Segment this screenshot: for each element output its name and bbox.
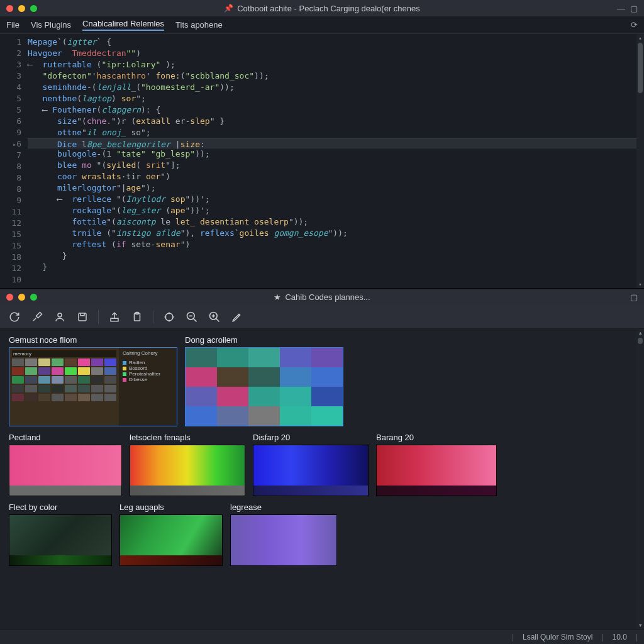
menu-vis-plugins[interactable]: Vis Plugins	[31, 20, 71, 30]
zoom-in-icon[interactable]	[206, 309, 223, 325]
color-swatch[interactable]	[52, 376, 64, 384]
color-swatch[interactable]	[91, 367, 103, 375]
color-swatch[interactable]	[25, 394, 37, 401]
color-swatch[interactable]	[78, 376, 90, 384]
maximize-button[interactable]: ▢	[630, 292, 638, 302]
person-icon[interactable]	[52, 309, 68, 325]
card-flect[interactable]: Flect by color	[9, 502, 112, 566]
color-swatch[interactable]	[25, 376, 37, 384]
save-icon[interactable]	[74, 309, 91, 325]
editor-scrollbar[interactable]: ▴ ▾	[636, 34, 644, 288]
scroll-up-icon[interactable]: ▴	[636, 34, 644, 42]
color-swatch[interactable]	[248, 348, 280, 367]
card-gemust[interactable]: Gemust noce fliom memory Caltring Cohery…	[9, 335, 177, 426]
color-swatch[interactable]	[217, 387, 248, 406]
color-swatch[interactable]	[104, 385, 116, 392]
color-swatch[interactable]	[65, 358, 77, 366]
code-line[interactable]: rockagle"(leg_ster (ape"))';	[28, 205, 640, 216]
scroll-thumb[interactable]	[638, 43, 643, 93]
color-swatch[interactable]	[104, 376, 116, 384]
card-pectland[interactable]: Pectland	[9, 433, 122, 496]
code-line[interactable]: size"(chne.")r (extaall er-slep" }	[28, 116, 640, 127]
picker-icon[interactable]	[29, 309, 45, 325]
color-swatch[interactable]	[52, 394, 64, 401]
code-line[interactable]: nentbne(lagtop) sor";	[28, 93, 640, 104]
color-swatch[interactable]	[248, 387, 280, 406]
code-line[interactable]: ottne"il onoj_ so";	[28, 127, 640, 138]
refresh-icon[interactable]	[6, 309, 23, 325]
color-swatch[interactable]	[280, 348, 311, 367]
color-swatch[interactable]	[52, 385, 64, 392]
card-legrease[interactable]: legrease	[230, 502, 337, 566]
color-swatch[interactable]	[186, 348, 217, 367]
code-line[interactable]: ⟵ rerllece "(Inytlodr sop"))';	[28, 194, 640, 205]
code-line[interactable]: reftest (if sete-senar")	[28, 239, 640, 250]
card-barang[interactable]: Barang 20	[376, 433, 497, 496]
color-swatch[interactable]	[248, 406, 280, 426]
color-swatch[interactable]	[91, 358, 103, 366]
color-swatch[interactable]	[38, 358, 50, 366]
minimize-icon[interactable]	[18, 5, 25, 12]
code-line[interactable]: Mepage`(igtter` {	[28, 36, 640, 48]
color-swatch[interactable]	[91, 385, 103, 392]
color-swatch[interactable]	[248, 367, 280, 387]
color-swatch[interactable]	[12, 376, 24, 384]
refresh-icon[interactable]: ⟳	[631, 20, 638, 30]
clipboard-icon[interactable]	[129, 309, 145, 325]
color-swatch[interactable]	[78, 358, 90, 366]
color-swatch[interactable]	[78, 394, 90, 401]
target-icon[interactable]	[161, 309, 177, 325]
color-swatch[interactable]	[12, 358, 24, 366]
color-swatch[interactable]	[280, 387, 311, 406]
menu-tits-apohene[interactable]: Tits apohene	[175, 20, 223, 30]
menu-file[interactable]: File	[6, 20, 19, 30]
color-swatch[interactable]	[280, 367, 311, 387]
scroll-down-icon[interactable]: ▾	[636, 621, 644, 629]
color-swatch[interactable]	[25, 358, 37, 366]
color-swatch[interactable]	[217, 367, 248, 387]
zoom-out-icon[interactable]	[184, 309, 200, 325]
code-line[interactable]: bulogole-(1 "tate" "gb_lesp"));	[28, 148, 640, 160]
code-line[interactable]: seminhnde-(lenjall_("hoomesterd_-ar"));	[28, 82, 640, 93]
export-icon[interactable]	[106, 309, 123, 325]
scroll-up-icon[interactable]: ▴	[636, 329, 644, 336]
code-line[interactable]: "dofecton"'hascanthro' fone:("scbbland_s…	[28, 70, 640, 82]
code-line[interactable]: trnile ("instigo aflde"), reflexs`goiles…	[28, 228, 640, 239]
color-swatch[interactable]	[78, 367, 90, 375]
maximize-button[interactable]: ▢	[630, 4, 638, 13]
code-line[interactable]: Dice l8pe_beclengoriler |size:	[28, 138, 640, 148]
color-swatch[interactable]	[65, 385, 77, 392]
color-swatch[interactable]	[311, 348, 343, 367]
color-swatch[interactable]	[12, 367, 24, 375]
color-swatch[interactable]	[186, 387, 217, 406]
maximize-icon[interactable]	[30, 5, 37, 12]
code-line[interactable]: ⟵ Fouthener(clapgern): {	[28, 104, 640, 116]
close-icon[interactable]	[6, 294, 13, 301]
code-area[interactable]: Mepage`(igtter` {Havgoer Tmeddectran"")⟵…	[26, 34, 644, 288]
color-swatch[interactable]	[65, 376, 77, 384]
code-line[interactable]: coor wraslats·tir oer")	[28, 171, 640, 182]
scroll-down-icon[interactable]: ▾	[636, 280, 644, 288]
close-icon[interactable]	[6, 5, 13, 12]
color-swatch[interactable]	[104, 358, 116, 366]
color-swatch[interactable]	[280, 406, 311, 426]
color-swatch[interactable]	[186, 367, 217, 387]
color-swatch[interactable]	[38, 376, 50, 384]
minimize-button[interactable]: —	[617, 4, 625, 13]
pencil-icon[interactable]	[229, 309, 245, 325]
code-editor[interactable]: 123345569▸67888911121515181210 Mepage`(i…	[0, 34, 644, 288]
color-swatch[interactable]	[311, 387, 343, 406]
card-leg[interactable]: Leg augapls	[119, 502, 223, 566]
code-line[interactable]	[28, 273, 640, 284]
minimize-icon[interactable]	[18, 294, 25, 301]
color-swatch[interactable]	[12, 385, 24, 392]
color-swatch[interactable]	[91, 394, 103, 401]
code-line[interactable]: ⟵ rutertable ("ipr:Lolary" );	[28, 59, 640, 70]
maximize-icon[interactable]	[30, 294, 37, 301]
menu-cnablcalired-relemles[interactable]: Cnablcalired Relemles	[82, 19, 164, 31]
code-line[interactable]: blee mo "(syiled( srit"];	[28, 160, 640, 171]
color-swatch[interactable]	[91, 376, 103, 384]
color-swatch[interactable]	[25, 367, 37, 375]
color-swatch[interactable]	[217, 348, 248, 367]
color-swatch[interactable]	[78, 385, 90, 392]
